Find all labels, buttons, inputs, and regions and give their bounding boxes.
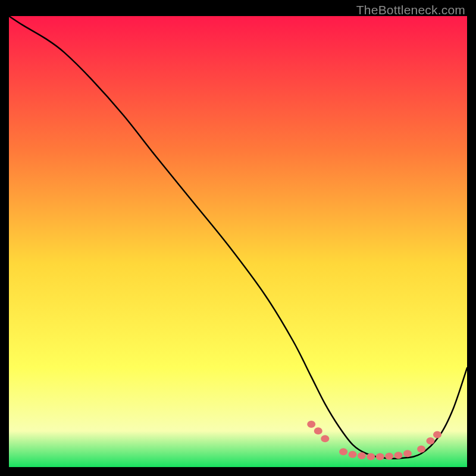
chart-frame: TheBottleneck.com [0,0,476,476]
dot [367,453,375,461]
dot [321,435,329,442]
dot [433,431,441,438]
dot [339,448,347,455]
chart-svg [9,16,467,467]
dot [376,453,384,461]
dot [307,421,315,428]
plot-area [9,16,467,467]
dot [358,452,366,459]
dot [385,453,393,460]
dot [349,451,357,458]
gradient-background [9,16,467,467]
dot [394,452,403,459]
dot [426,437,434,444]
dot [403,450,412,457]
dot [417,446,425,453]
dot [314,427,322,434]
watermark-text: TheBottleneck.com [356,3,465,17]
